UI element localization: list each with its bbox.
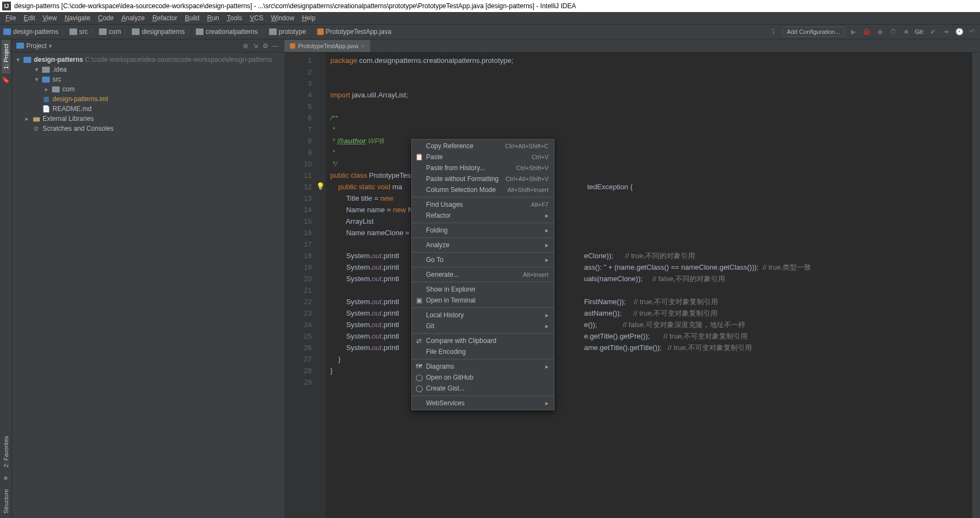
breadcrumb-item[interactable]: com <box>99 28 121 36</box>
context-menu-item[interactable]: Refactor▸ <box>412 210 554 221</box>
line-number[interactable]: 28 <box>284 365 312 376</box>
line-number[interactable]: 13 <box>284 193 312 204</box>
editor-tab-active[interactable]: PrototypeTestApp.java × <box>284 40 370 52</box>
breadcrumb-item[interactable]: prototype <box>269 28 306 36</box>
line-number[interactable]: 11 <box>284 170 312 181</box>
line-number[interactable]: 20 <box>284 273 312 284</box>
menu-window[interactable]: Window <box>267 13 298 23</box>
line-number[interactable]: 4 <box>284 89 312 101</box>
context-menu-item[interactable]: Git▸ <box>412 321 554 331</box>
line-number[interactable]: 7 <box>284 124 312 135</box>
context-menu-item[interactable]: WebServices▸ <box>412 398 554 409</box>
profile-icon[interactable]: ⏱ <box>889 27 897 36</box>
coverage-icon[interactable]: ◉ <box>876 27 884 36</box>
line-number[interactable]: 23 <box>284 307 312 319</box>
line-number[interactable]: 26 <box>284 342 312 353</box>
line-number[interactable]: 29 <box>284 376 312 388</box>
line-number[interactable]: 5 <box>284 101 312 112</box>
tree-node[interactable]: ▦design-patterns.iml <box>12 94 284 104</box>
tree-node[interactable]: ▸External Libraries <box>12 114 284 124</box>
context-menu-item[interactable]: Paste from History...Ctrl+Shift+V <box>412 162 554 173</box>
tool-tab-structure[interactable]: Structure <box>2 485 10 518</box>
menu-build[interactable]: Build <box>182 13 203 23</box>
tool-tab-bookmarks-icon[interactable]: 🔖 <box>2 75 10 84</box>
tree-node[interactable]: ▸com <box>12 84 284 94</box>
line-number[interactable]: 14 <box>284 204 312 216</box>
context-menu-item[interactable]: ◯Create Gist... <box>412 383 554 394</box>
breadcrumbs[interactable]: design-patterns〉src〉com〉designpatterns〉c… <box>3 27 769 37</box>
run-icon[interactable]: ▶ <box>849 27 858 36</box>
menu-run[interactable]: Run <box>204 13 223 23</box>
project-panel-title[interactable]: Project ▾ <box>16 42 241 50</box>
line-number[interactable]: 2 <box>284 66 312 78</box>
menu-navigate[interactable]: Navigate <box>61 13 94 23</box>
collapse-icon[interactable]: ⇲ <box>250 41 260 51</box>
context-menu-item[interactable]: Paste without FormattingCtrl+Alt+Shift+V <box>412 173 554 184</box>
context-menu-item[interactable]: Show in Explorer <box>412 284 554 295</box>
breadcrumb-item[interactable]: PrototypeTestApp.java <box>317 28 392 36</box>
project-tree[interactable]: ▾design-patterns C:\code-workspace\idea-… <box>12 53 284 518</box>
tree-root[interactable]: ▾design-patterns C:\code-workspace\idea-… <box>12 55 284 65</box>
line-number[interactable]: 16 <box>284 227 312 238</box>
stop-icon[interactable]: ■ <box>902 27 911 36</box>
line-number[interactable]: 3 <box>284 78 312 89</box>
error-stripe[interactable] <box>972 53 980 518</box>
settings-gear-icon[interactable]: ⚙ <box>260 41 270 51</box>
line-number[interactable]: 27 <box>284 353 312 365</box>
close-icon[interactable]: × <box>361 43 364 49</box>
breadcrumb-item[interactable]: creationalpatterns <box>196 28 258 36</box>
vcs-commit-icon[interactable]: ➔ <box>942 27 950 36</box>
debug-icon[interactable]: 🐞 <box>862 27 871 36</box>
add-configuration-button[interactable]: Add Configuration... <box>782 27 845 37</box>
locate-icon[interactable]: ⊕ <box>241 41 250 51</box>
editor-context-menu[interactable]: Copy ReferenceCtrl+Alt+Shift+C📋PasteCtrl… <box>411 139 555 410</box>
tree-node[interactable]: ▾.idea <box>12 65 284 74</box>
context-menu-item[interactable]: Copy ReferenceCtrl+Alt+Shift+C <box>412 141 554 152</box>
menu-vcs[interactable]: VCS <box>247 13 267 23</box>
line-number[interactable]: 1 <box>284 55 312 66</box>
line-number[interactable]: 24 <box>284 319 312 330</box>
context-menu-item[interactable]: ▣Open in Terminal <box>412 295 554 306</box>
line-number[interactable]: 9 <box>284 147 312 158</box>
menu-edit[interactable]: Edit <box>20 13 38 23</box>
context-menu-item[interactable]: Find UsagesAlt+F7 <box>412 199 554 210</box>
menu-refactor[interactable]: Refactor <box>149 13 180 23</box>
context-menu-item[interactable]: Folding▸ <box>412 225 554 236</box>
menu-view[interactable]: View <box>39 13 60 23</box>
build-icon[interactable]: ⤵ <box>769 27 778 36</box>
intention-bulb-icon[interactable]: 💡 <box>316 182 325 190</box>
line-number[interactable]: 18 <box>284 250 312 261</box>
menu-code[interactable]: Code <box>95 13 117 23</box>
context-menu-item[interactable]: 📋PasteCtrl+V <box>412 152 554 162</box>
line-number[interactable]: 25 <box>284 330 312 342</box>
breadcrumb-item[interactable]: design-patterns <box>3 28 59 36</box>
menu-help[interactable]: Help <box>299 13 319 23</box>
line-number[interactable]: 10 <box>284 158 312 170</box>
breadcrumb-item[interactable]: designpatterns <box>132 28 185 36</box>
line-number[interactable]: 17 <box>284 238 312 250</box>
tree-node[interactable]: ▾src <box>12 74 284 84</box>
context-menu-item[interactable]: 🗺Diagrams▸ <box>412 361 554 372</box>
context-menu-item[interactable]: File Encoding <box>412 346 554 357</box>
vcs-revert-icon[interactable]: ↶ <box>968 27 977 36</box>
menu-analyze[interactable]: Analyze <box>118 13 148 23</box>
context-menu-item[interactable]: ⇄Compare with Clipboard <box>412 335 554 346</box>
line-number[interactable]: 8 <box>284 135 312 147</box>
menu-file[interactable]: File <box>2 13 19 23</box>
context-menu-item[interactable]: Go To▸ <box>412 254 554 265</box>
line-number-gutter[interactable]: 1234567891011121314151617181920212223242… <box>284 53 315 518</box>
line-number[interactable]: 21 <box>284 284 312 296</box>
context-menu-item[interactable]: ◯Open on GitHub <box>412 372 554 383</box>
hide-icon[interactable]: — <box>270 41 280 51</box>
tree-node[interactable]: Scratches and Consoles <box>12 124 284 133</box>
line-number[interactable]: 22 <box>284 296 312 307</box>
vcs-update-icon[interactable]: ✔ <box>929 27 937 36</box>
line-number[interactable]: 12 <box>284 181 312 193</box>
breadcrumb-item[interactable]: src <box>69 28 88 36</box>
line-number[interactable]: 19 <box>284 261 312 273</box>
context-menu-item[interactable]: Generate...Alt+Insert <box>412 269 554 280</box>
tool-tab-favorites[interactable]: 2: Favorites <box>2 432 10 472</box>
line-number[interactable]: 6 <box>284 112 312 124</box>
line-number[interactable]: 15 <box>284 216 312 227</box>
context-menu-item[interactable]: Column Selection ModeAlt+Shift+Insert <box>412 184 554 195</box>
